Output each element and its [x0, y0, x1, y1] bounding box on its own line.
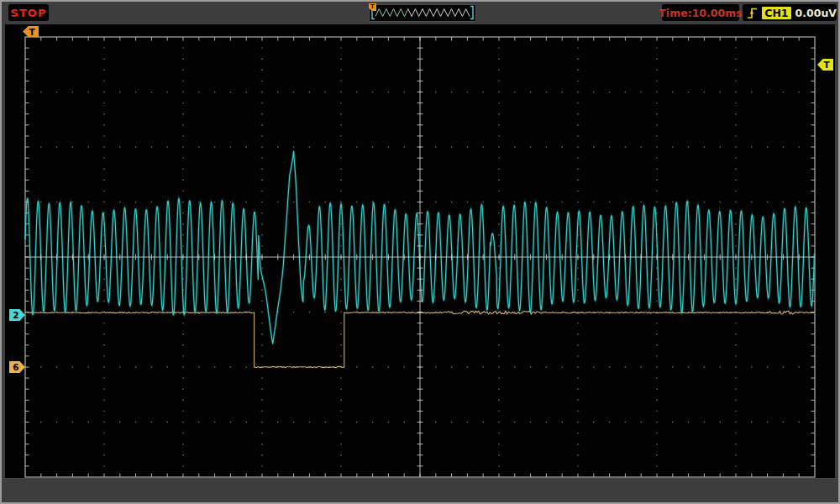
bottom-status-bar: CH2 2.00V CH6 5.00V: [2, 478, 838, 503]
acquisition-status-label: STOP: [11, 7, 47, 19]
ch6-ground-label: 6: [13, 362, 18, 372]
oscilloscope-window: STOP T Time:10.00ms CH1 0.00uV T T 2 6 C…: [0, 0, 840, 504]
trigger-source-chip: CH1: [762, 7, 790, 19]
trigger-level-value: 0.00uV: [795, 7, 837, 19]
timebase-badge[interactable]: Time:10.00ms: [662, 4, 739, 21]
scope-screen: [5, 24, 835, 480]
preview-waveform-icon: [370, 5, 475, 21]
timebase-label: Time:10.00ms: [659, 7, 742, 19]
trigger-level-label: T: [823, 60, 829, 70]
trigger-position-label: T: [29, 27, 34, 37]
rising-edge-trigger-icon: [746, 6, 758, 20]
trigger-readout-badge[interactable]: CH1 0.00uV: [743, 4, 837, 21]
top-status-bar: STOP T Time:10.00ms CH1 0.00uV: [2, 2, 838, 24]
acquisition-status-badge[interactable]: STOP: [8, 4, 49, 21]
ch2-ground-label: 2: [13, 310, 18, 320]
record-preview-window[interactable]: T: [369, 4, 476, 22]
